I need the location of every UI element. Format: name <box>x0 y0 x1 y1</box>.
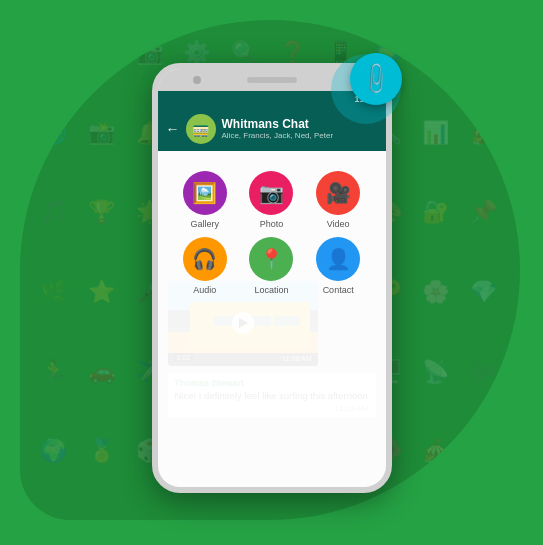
phone-speaker <box>247 77 297 83</box>
attach-item-gallery[interactable]: 🖼️ Gallery <box>183 171 227 229</box>
audio-label: Audio <box>193 285 216 295</box>
photo-icon-circle: 📷 <box>249 171 293 215</box>
phone-camera <box>193 76 201 84</box>
attach-fab-button[interactable]: 📎 <box>350 53 402 105</box>
attach-row-2: 🎧 Audio 📍 Location 👤 Contact <box>172 237 372 295</box>
attach-menu: 🖼️ Gallery 📷 Photo 🎥 Video 🎧 <box>158 161 386 313</box>
group-avatar: 🚃 <box>186 114 216 144</box>
attach-item-contact[interactable]: 👤 Contact <box>316 237 360 295</box>
paperclip-icon: 📎 <box>357 60 394 97</box>
attach-item-location[interactable]: 📍 Location <box>249 237 293 295</box>
attach-row-1: 🖼️ Gallery 📷 Photo 🎥 Video <box>172 171 372 229</box>
phone-content: 🖼️ Gallery 📷 Photo 🎥 Video 🎧 <box>158 151 386 487</box>
group-avatar-icon: 🚃 <box>186 114 216 144</box>
video-icon-circle: 🎥 <box>316 171 360 215</box>
phone-wrapper: 📎 11:50 ← 🚃 Whitmans Chat Alice, Francis… <box>152 63 392 493</box>
audio-icon-circle: 🎧 <box>183 237 227 281</box>
video-label: Video <box>327 219 350 229</box>
chat-subtitle: Alice, Francis, Jack, Ned, Peter <box>222 131 378 140</box>
phone-body: 11:50 ← 🚃 Whitmans Chat Alice, Francis, … <box>152 63 392 493</box>
attach-item-photo[interactable]: 📷 Photo <box>249 171 293 229</box>
contact-icon-circle: 👤 <box>316 237 360 281</box>
photo-label: Photo <box>260 219 284 229</box>
back-button[interactable]: ← <box>166 121 180 137</box>
attach-item-audio[interactable]: 🎧 Audio <box>183 237 227 295</box>
contact-label: Contact <box>323 285 354 295</box>
gallery-label: Gallery <box>191 219 220 229</box>
location-label: Location <box>254 285 288 295</box>
location-icon-circle: 📍 <box>249 237 293 281</box>
gallery-icon-circle: 🖼️ <box>183 171 227 215</box>
attach-item-video[interactable]: 🎥 Video <box>316 171 360 229</box>
